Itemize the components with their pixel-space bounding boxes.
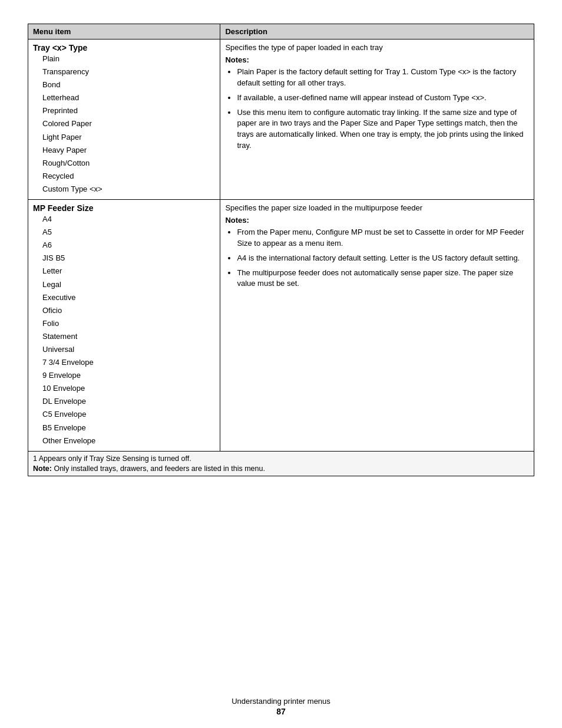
list-item: 10 Envelope bbox=[42, 382, 215, 395]
list-item: DL Envelope bbox=[42, 395, 215, 408]
mp-feeder-label: MP Feeder Size bbox=[33, 203, 215, 213]
footer-line2: Note: Only installed trays, drawers, and… bbox=[33, 465, 529, 473]
list-item: A5 bbox=[42, 226, 215, 239]
list-item: Statement bbox=[42, 330, 215, 343]
list-item: JIS B5 bbox=[42, 252, 215, 265]
list-item: Executive bbox=[42, 291, 215, 304]
table-row-mp-feeder: MP Feeder Size A4A5A6JIS B5LetterLegalEx… bbox=[28, 200, 534, 452]
mp-feeder-sub-items: A4A5A6JIS B5LetterLegalExecutiveOficioFo… bbox=[33, 213, 215, 447]
list-item: Use this menu item to configure automati… bbox=[237, 107, 529, 151]
tray-type-menu-cell: Tray <x> Type PlainTransparencyBondLette… bbox=[28, 39, 220, 200]
main-table: Menu item Description Tray <x> Type Plai… bbox=[28, 24, 534, 476]
page-number: 87 bbox=[0, 707, 562, 716]
list-item: Recycled bbox=[42, 170, 215, 183]
table-header-row: Menu item Description bbox=[28, 24, 534, 39]
list-item: Plain Paper is the factory default setti… bbox=[237, 67, 529, 89]
col-header-description: Description bbox=[220, 24, 534, 39]
mp-feeder-menu-cell: MP Feeder Size A4A5A6JIS B5LetterLegalEx… bbox=[28, 200, 220, 452]
col-header-menu-item: Menu item bbox=[28, 24, 220, 39]
list-item: A4 is the international factory default … bbox=[237, 253, 529, 264]
tray-type-sub-items: PlainTransparencyBondLetterheadPreprinte… bbox=[33, 52, 215, 196]
mp-feeder-notes-list: From the Paper menu, Configure MP must b… bbox=[225, 227, 529, 289]
table-footer-cell: 1 Appears only if Tray Size Sensing is t… bbox=[28, 451, 534, 476]
list-item: 7 3/4 Envelope bbox=[42, 356, 215, 369]
list-item: Letter bbox=[42, 265, 215, 278]
tray-type-intro: Specifies the type of paper loaded in ea… bbox=[225, 43, 529, 52]
list-item: Bond bbox=[42, 78, 215, 91]
list-item: Light Paper bbox=[42, 131, 215, 144]
list-item: Preprinted bbox=[42, 104, 215, 117]
list-item: Letterhead bbox=[42, 91, 215, 104]
footer-note-rest: Only installed trays, drawers, and feede… bbox=[52, 465, 265, 473]
list-item: Rough/Cotton bbox=[42, 157, 215, 170]
list-item: Plain bbox=[42, 52, 215, 65]
list-item: If available, a user-defined name will a… bbox=[237, 93, 529, 104]
tray-type-notes-list: Plain Paper is the factory default setti… bbox=[225, 67, 529, 151]
list-item: From the Paper menu, Configure MP must b… bbox=[237, 227, 529, 249]
tray-type-description-cell: Specifies the type of paper loaded in ea… bbox=[220, 39, 534, 200]
list-item: 9 Envelope bbox=[42, 369, 215, 382]
page-container: Menu item Description Tray <x> Type Plai… bbox=[28, 24, 534, 673]
tray-type-label: Tray <x> Type bbox=[33, 43, 215, 52]
list-item: Heavy Paper bbox=[42, 144, 215, 157]
list-item: Other Envelope bbox=[42, 434, 215, 447]
list-item: Custom Type <x> bbox=[42, 183, 215, 196]
table-row-tray-type: Tray <x> Type PlainTransparencyBondLette… bbox=[28, 39, 534, 200]
mp-feeder-description-cell: Specifies the paper size loaded in the m… bbox=[220, 200, 534, 452]
list-item: Oficio bbox=[42, 304, 215, 317]
list-item: Folio bbox=[42, 317, 215, 330]
tray-type-notes-label: Notes: bbox=[225, 55, 529, 64]
list-item: A6 bbox=[42, 239, 215, 252]
page-footer: Understanding printer menus 87 bbox=[0, 697, 562, 716]
table-footer-row: 1 Appears only if Tray Size Sensing is t… bbox=[28, 451, 534, 476]
list-item: Colored Paper bbox=[42, 117, 215, 130]
footer-text: Understanding printer menus bbox=[232, 697, 330, 706]
list-item: The multipurpose feeder does not automat… bbox=[237, 268, 529, 290]
list-item: A4 bbox=[42, 213, 215, 226]
list-item: Universal bbox=[42, 343, 215, 356]
list-item: Transparency bbox=[42, 65, 215, 78]
mp-feeder-intro: Specifies the paper size loaded in the m… bbox=[225, 203, 529, 212]
footer-line1: 1 Appears only if Tray Size Sensing is t… bbox=[33, 454, 191, 463]
list-item: Legal bbox=[42, 278, 215, 291]
mp-feeder-notes-label: Notes: bbox=[225, 216, 529, 225]
list-item: B5 Envelope bbox=[42, 421, 215, 434]
list-item: C5 Envelope bbox=[42, 408, 215, 421]
footer-note-bold: Note: bbox=[33, 465, 52, 473]
